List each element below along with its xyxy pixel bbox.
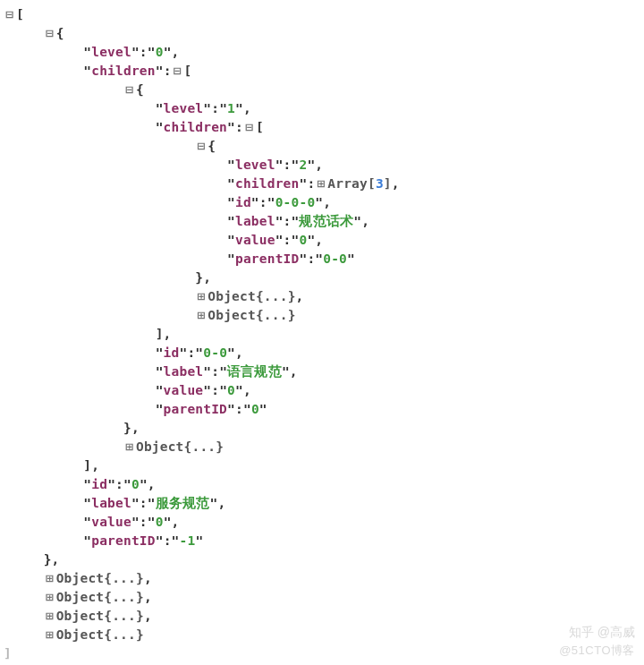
kv-row: "label":"语言规范", bbox=[4, 362, 640, 381]
kv-row: "id":"0-0", bbox=[4, 344, 640, 362]
kv-row: "id":"0", bbox=[4, 475, 640, 494]
collapsed-object: ⊞Object{...}, bbox=[4, 607, 640, 626]
kv-row: "id":"0-0-0", bbox=[4, 193, 640, 212]
collapsed-object: ⊞Object{...} bbox=[4, 626, 640, 644]
kv-row: "parentID":"-1" bbox=[4, 532, 640, 550]
expand-icon[interactable]: ⊞ bbox=[44, 588, 56, 607]
kv-row: "level":"0", bbox=[4, 43, 640, 62]
expand-icon[interactable]: ⊞ bbox=[44, 569, 56, 588]
expand-icon[interactable]: ⊞ bbox=[315, 175, 327, 193]
children-collapsed: "children":⊞Array[3], bbox=[4, 175, 640, 193]
collapsed-object: ⊞Object{...}, bbox=[4, 569, 640, 588]
collapsed-object: ⊞Object{...} bbox=[4, 306, 640, 325]
obj-open: ⊟{ bbox=[4, 24, 640, 43]
array-close: ], bbox=[4, 456, 640, 475]
obj-close: }, bbox=[4, 550, 640, 569]
collapse-icon[interactable]: ⊟ bbox=[44, 24, 56, 43]
children-open: "children":⊟[ bbox=[4, 62, 640, 81]
collapse-icon[interactable]: ⊟ bbox=[4, 5, 16, 24]
collapsed-object: ⊞Object{...}, bbox=[4, 588, 640, 607]
kv-row: "parentID":"0-0" bbox=[4, 250, 640, 269]
kv-row: "value":"0", bbox=[4, 513, 640, 532]
kv-row: "level":"1", bbox=[4, 99, 640, 118]
expand-icon[interactable]: ⊞ bbox=[123, 438, 136, 456]
root-array-close: ] bbox=[4, 644, 640, 663]
expand-icon[interactable]: ⊞ bbox=[195, 306, 208, 325]
expand-icon[interactable]: ⊞ bbox=[44, 626, 56, 644]
obj-open: ⊟{ bbox=[4, 137, 640, 156]
obj-open: ⊟{ bbox=[4, 81, 640, 99]
array-close: ], bbox=[4, 325, 640, 344]
collapse-icon[interactable]: ⊟ bbox=[243, 118, 256, 137]
kv-row: "level":"2", bbox=[4, 156, 640, 175]
expand-icon[interactable]: ⊞ bbox=[44, 607, 56, 626]
kv-row: "label":"服务规范", bbox=[4, 494, 640, 513]
collapse-icon[interactable]: ⊟ bbox=[172, 62, 184, 81]
json-tree-viewer: ⊟[ ⊟{ "level":"0", "children":⊟[ ⊟{ "lev… bbox=[0, 0, 644, 665]
collapsed-object: ⊞Object{...}, bbox=[4, 287, 640, 306]
expand-icon[interactable]: ⊞ bbox=[195, 287, 208, 306]
collapsed-object: ⊞Object{...} bbox=[4, 438, 640, 456]
collapse-icon[interactable]: ⊟ bbox=[195, 137, 208, 156]
kv-row: "label":"规范话术", bbox=[4, 212, 640, 231]
obj-close: }, bbox=[4, 269, 640, 287]
kv-row: "value":"0", bbox=[4, 231, 640, 250]
children-open: "children":⊟[ bbox=[4, 118, 640, 137]
obj-close: }, bbox=[4, 419, 640, 438]
collapse-icon[interactable]: ⊟ bbox=[123, 81, 136, 99]
root-array-open: ⊟[ bbox=[4, 5, 640, 24]
kv-row: "value":"0", bbox=[4, 381, 640, 400]
kv-row: "parentID":"0" bbox=[4, 400, 640, 419]
